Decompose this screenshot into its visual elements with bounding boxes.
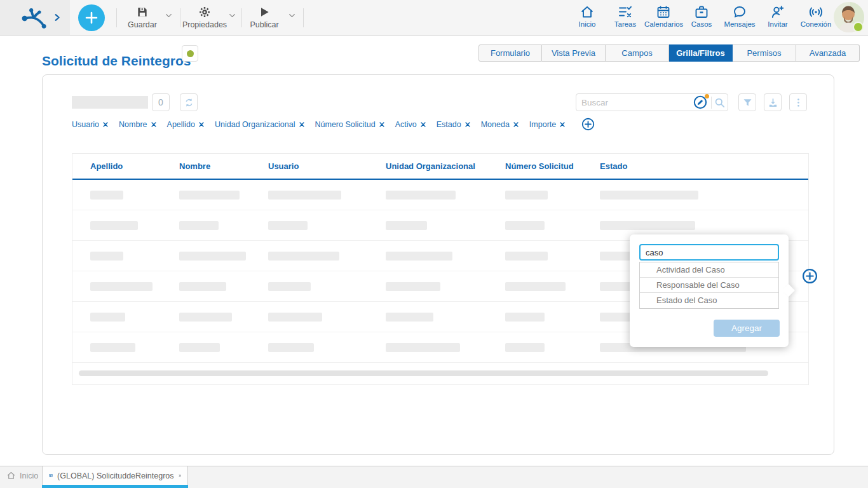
download-icon (768, 97, 778, 108)
chip-apellido: Apellido (167, 120, 205, 129)
skeleton-cell (179, 313, 232, 322)
remove-chip-icon[interactable] (465, 121, 471, 128)
add-column-submit-button[interactable]: Agregar (714, 320, 780, 337)
remove-chip-icon[interactable] (102, 121, 109, 128)
nav-item-casos[interactable]: Casos (682, 0, 721, 35)
remove-chip-icon[interactable] (198, 121, 205, 128)
table-header-row: ApellidoNombreUsuarioUnidad Organizacion… (72, 154, 808, 180)
skeleton-cell (90, 313, 125, 322)
page-title: Solicitud de Reintegros (42, 53, 191, 69)
pencil-notification-dot (705, 94, 709, 98)
form-icon (49, 471, 53, 480)
skeleton-cell (268, 313, 322, 322)
nav-item-conexion[interactable]: Conexión (797, 0, 835, 35)
object-status-indicator (182, 45, 198, 62)
grid-filters-panel: 0 UsuarioNombreApellidoUnidad Organizaci… (42, 74, 834, 455)
logo-section (0, 0, 70, 35)
chip-label: Nombre (119, 120, 147, 129)
tab-permisos[interactable]: Permisos (733, 44, 796, 62)
skeleton-cell (90, 343, 135, 352)
skeleton-cell (386, 252, 452, 261)
footer-tab-solicitud[interactable]: (GLOBAL) SolicituddeReintegros (42, 466, 188, 485)
funnel-icon (742, 97, 753, 108)
nav-item-inicio[interactable]: Inicio (568, 0, 606, 35)
new-object-button[interactable] (78, 4, 105, 31)
chip-importe: Importe (529, 120, 566, 129)
close-tab-icon[interactable] (179, 472, 181, 479)
skeleton-cell (386, 221, 427, 230)
suggestion-responsable-del-caso[interactable]: Responsable del Caso (640, 278, 778, 293)
published-status-dot-icon (187, 50, 194, 57)
tab-grilla-filtros[interactable]: Grilla/Filtros (669, 44, 733, 62)
gear-icon (198, 6, 211, 18)
export-button[interactable] (764, 93, 782, 111)
footer-tab-home[interactable]: Inicio (6, 466, 38, 485)
skeleton-cell (268, 343, 314, 352)
skeleton-cell (505, 313, 545, 322)
horizontal-scrollbar[interactable] (79, 370, 768, 376)
search-icon[interactable] (714, 97, 726, 109)
nav-label: Mensajes (721, 20, 759, 28)
chip-label: Usuario (72, 120, 99, 129)
skeleton-cell (268, 252, 339, 261)
nav-label: Invitar (759, 20, 797, 28)
home-icon (6, 471, 16, 480)
remove-chip-icon[interactable] (420, 121, 426, 128)
remove-chip-icon[interactable] (559, 121, 566, 128)
column-suggestion-list: Actividad del CasoResponsable del CasoEs… (639, 262, 779, 309)
more-options-button[interactable] (789, 93, 807, 111)
invite-icon (770, 4, 785, 20)
add-column-button[interactable] (802, 268, 818, 284)
chip-label: Estado (437, 120, 461, 129)
skeleton-cell (268, 282, 311, 291)
toolbar-separator (116, 8, 117, 27)
column-header-unidad-organizacional[interactable]: Unidad Organizacional (386, 161, 505, 171)
skeleton-cell (268, 191, 341, 200)
tab-campos[interactable]: Campos (606, 44, 669, 62)
tab-avanzada[interactable]: Avanzada (796, 44, 860, 62)
refresh-button[interactable] (180, 93, 198, 111)
nav-label: Conexión (797, 20, 835, 28)
search-separator (711, 97, 712, 109)
app-logo-icon[interactable] (19, 6, 48, 30)
suggestion-estado-del-caso[interactable]: Estado del Caso (640, 293, 778, 308)
column-header-n-mero-solicitud[interactable]: Número Solicitud (505, 161, 600, 171)
suggestion-actividad-del-caso[interactable]: Actividad del Caso (640, 262, 778, 278)
remove-chip-icon[interactable] (379, 121, 385, 128)
column-header-nombre[interactable]: Nombre (179, 161, 268, 171)
search-input[interactable] (576, 94, 689, 111)
chip-label: Importe (529, 120, 556, 129)
skeleton-cell (90, 191, 123, 200)
skeleton-cell (505, 282, 566, 291)
nav-item-mensajes[interactable]: Mensajes (721, 0, 759, 35)
save-button[interactable]: Guardar (125, 6, 160, 29)
editor-tabs: FormularioVista PreviaCamposGrilla/Filtr… (478, 44, 860, 62)
tab-formulario[interactable]: Formulario (478, 44, 542, 62)
calendar-icon (656, 4, 671, 20)
add-chip-button[interactable] (581, 118, 595, 131)
filter-button[interactable] (738, 93, 756, 111)
skeleton-cell (600, 191, 698, 200)
publish-button[interactable]: Publicar (247, 6, 282, 29)
nav-item-calendarios[interactable]: Calendarios (644, 0, 682, 35)
chip-moneda: Moneda (481, 120, 519, 129)
remove-chip-icon[interactable] (513, 121, 519, 128)
expand-menu-chevron-icon[interactable] (52, 13, 62, 22)
column-header-usuario[interactable]: Usuario (268, 161, 386, 171)
chip-label: Apellido (167, 120, 195, 129)
footer-tab-label: (GLOBAL) SolicituddeReintegros (57, 471, 173, 480)
column-header-estado[interactable]: Estado (600, 161, 808, 171)
toolbar-separator (241, 8, 242, 27)
remove-chip-icon[interactable] (299, 121, 305, 128)
properties-button[interactable]: Propiedades (180, 6, 229, 29)
remove-chip-icon[interactable] (151, 121, 157, 128)
nav-item-invitar[interactable]: Invitar (759, 0, 797, 35)
publish-dropdown-chevron-icon[interactable] (287, 11, 297, 20)
save-dropdown-chevron-icon[interactable] (164, 11, 173, 20)
properties-dropdown-chevron-icon[interactable] (227, 11, 237, 20)
add-column-popup: Actividad del CasoResponsable del CasoEs… (630, 234, 789, 347)
nav-item-tareas[interactable]: Tareas (606, 0, 644, 35)
column-header-apellido[interactable]: Apellido (90, 161, 179, 171)
column-search-input[interactable] (639, 244, 779, 261)
tab-vista-previa[interactable]: Vista Previa (542, 44, 606, 62)
